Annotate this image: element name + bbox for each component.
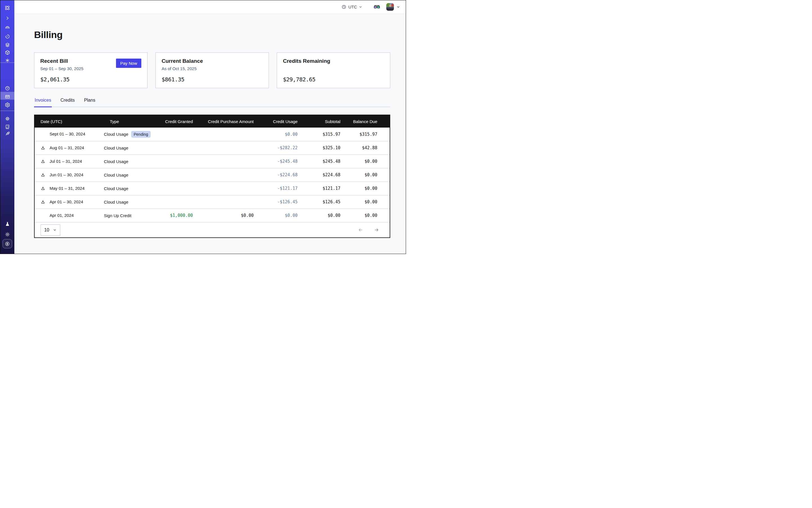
- download-invoice-icon: [41, 213, 47, 218]
- recent-bill-card: Recent Bill Sep 01 – Sep 30, 2025 $2,061…: [34, 52, 147, 88]
- invoice-type: Cloud Usage: [104, 186, 128, 191]
- dollar-badge-icon[interactable]: [3, 239, 12, 248]
- table-row: Jun 01 – 30, 2024 Cloud Usage -$224.68 $…: [35, 168, 390, 182]
- credit-purchase-value: $0.00: [193, 209, 254, 222]
- invoice-type: Cloud Usage: [104, 173, 128, 177]
- download-invoice-icon[interactable]: [41, 186, 47, 191]
- column-header: Subtotal: [298, 115, 340, 128]
- credit-purchase-value: [193, 168, 254, 182]
- current-balance-card: Current Balance As of Oct 15, 2025 $861.…: [156, 52, 269, 88]
- table-row: Aug 01 – 31, 2024 Cloud Usage -$282.22 $…: [35, 141, 390, 155]
- subtotal-value: $126.45: [298, 195, 340, 209]
- column-header: Credit Usage: [254, 115, 298, 128]
- invoices-table: Date (UTC)TypeCredit GrantedCredit Purch…: [35, 115, 390, 222]
- balance-due-value: $0.00: [340, 168, 390, 182]
- topbar: UTC: [14, 0, 406, 14]
- next-page-button[interactable]: [374, 227, 380, 232]
- tab-invoices[interactable]: Invoices: [34, 98, 52, 107]
- subtotal-value: $121.17: [298, 182, 340, 195]
- 3d-glasses-icon[interactable]: [374, 4, 380, 9]
- credit-purchase-value: [193, 195, 254, 209]
- invoice-date: Apr 01 – 30, 2024: [50, 199, 83, 204]
- timer-icon[interactable]: [0, 33, 14, 40]
- invoice-date: Jul 01 – 31, 2024: [50, 159, 82, 164]
- invoice-type: Sign Up Credit: [104, 213, 131, 218]
- credit-purchase-value: [193, 182, 254, 195]
- invoice-date: Sept 01 – 30, 2024: [50, 131, 85, 136]
- helm-wheel-icon[interactable]: [0, 115, 14, 122]
- prev-page-button[interactable]: [357, 227, 364, 232]
- page-size-value: 10: [44, 227, 49, 232]
- summary-cards: Recent Bill Sep 01 – Sep 30, 2025 $2,061…: [34, 52, 390, 88]
- sidebar-divider: [0, 62, 14, 63]
- subtotal-value: $0.00: [298, 209, 340, 222]
- column-header: Credit Purchase Amount: [193, 115, 254, 128]
- credit-purchase-value: [193, 141, 254, 155]
- app-window: UTC Billing Recent Bill Sep 01 – Sep 30: [0, 0, 406, 254]
- balance-due-value: $42.88: [340, 141, 390, 155]
- download-invoice-icon[interactable]: [41, 173, 47, 178]
- balance-due-value: $0.00: [340, 209, 390, 222]
- table-row: Sept 01 – 30, 2024 Cloud UsagePending $0…: [35, 128, 390, 141]
- balance-due-value: $315.97: [340, 128, 390, 141]
- chevron-down-icon[interactable]: [396, 5, 400, 9]
- credit-granted-value: [154, 168, 193, 182]
- main-area: Billing Recent Bill Sep 01 – Sep 30, 202…: [14, 14, 406, 254]
- orbit-logo-icon[interactable]: [0, 4, 14, 11]
- credit-granted-value: [154, 155, 193, 168]
- column-header: Date (UTC): [35, 115, 104, 128]
- invoice-type: Cloud Usage: [104, 159, 128, 164]
- credit-granted-value: [154, 128, 193, 141]
- recent-bill-amount: $2,061.35: [40, 76, 70, 83]
- credits-remaining-card: Credits Remaining $29,782.65: [277, 52, 390, 88]
- table-row: May 01 – 31, 2024 Cloud Usage -$121.17 $…: [35, 182, 390, 195]
- pay-now-button[interactable]: Pay Now: [116, 58, 141, 68]
- chevron-right-icon[interactable]: [0, 15, 14, 22]
- download-invoice-icon[interactable]: [41, 145, 47, 151]
- balance-as-of: As of Oct 15, 2025: [162, 66, 263, 71]
- credit-purchase-value: [193, 155, 254, 168]
- tab-credits[interactable]: Credits: [60, 98, 76, 107]
- table-header-row: Date (UTC)TypeCredit GrantedCredit Purch…: [35, 115, 390, 128]
- sun-icon[interactable]: [0, 231, 14, 238]
- credit-usage-value: $0.00: [254, 209, 298, 222]
- timezone-selector[interactable]: UTC: [342, 4, 362, 9]
- pagination-bar: 10: [35, 222, 390, 238]
- download-invoice-icon[interactable]: [41, 200, 47, 205]
- subtotal-value: $245.48: [298, 155, 340, 168]
- sidebar-divider: [0, 111, 14, 111]
- column-header: Type: [104, 115, 154, 128]
- rocket-icon[interactable]: [0, 130, 14, 137]
- invoice-date: May 01 – 31, 2024: [50, 186, 84, 190]
- credit-usage-value: -$282.22: [254, 141, 298, 155]
- credit-usage-value: -$245.48: [254, 155, 298, 168]
- page-title: Billing: [34, 29, 390, 40]
- invoice-date: Apr 01, 2024: [50, 213, 74, 218]
- gauge-icon[interactable]: [0, 85, 14, 91]
- table-row: Jul 01 – 31, 2024 Cloud Usage -$245.48 $…: [35, 155, 390, 168]
- credit-granted-value: [154, 141, 193, 155]
- credit-usage-value: -$224.68: [254, 168, 298, 182]
- timezone-label: UTC: [348, 4, 357, 9]
- clock-icon: [342, 4, 346, 9]
- cube-icon[interactable]: [0, 49, 14, 56]
- tab-plans[interactable]: Plans: [83, 98, 96, 107]
- spiral-eye-icon[interactable]: [0, 25, 14, 31]
- card-title: Current Balance: [162, 58, 263, 64]
- gear-icon[interactable]: [0, 101, 14, 108]
- download-invoice-icon: [41, 132, 47, 137]
- user-avatar[interactable]: [386, 3, 394, 11]
- invoice-type: Cloud Usage: [104, 200, 128, 204]
- flask-icon[interactable]: [0, 220, 14, 227]
- invoice-date: Aug 01 – 31, 2024: [50, 145, 84, 150]
- status-badge: Pending: [131, 131, 151, 138]
- column-header: Credit Granted: [154, 115, 193, 128]
- layers-icon[interactable]: [0, 41, 14, 48]
- download-invoice-icon[interactable]: [41, 159, 47, 164]
- invoice-date: Jun 01 – 30, 2024: [50, 172, 83, 177]
- billing-card-icon[interactable]: [0, 93, 14, 100]
- column-header: Balance Due: [340, 115, 390, 128]
- docs-book-icon[interactable]: [0, 123, 14, 130]
- subtotal-value: $224.68: [298, 168, 340, 182]
- page-size-select[interactable]: 10: [41, 224, 60, 236]
